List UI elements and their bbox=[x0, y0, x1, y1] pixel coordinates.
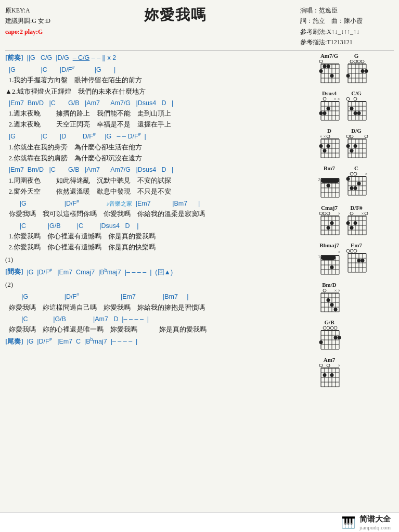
svg-text:×: × bbox=[338, 97, 340, 102]
svg-point-228 bbox=[330, 326, 333, 330]
chorus2-lyric1a: 1.你愛我嗎 你心裡還有遺憾嗎 你是真的愛我嗎 bbox=[5, 231, 313, 242]
svg-text:×: × bbox=[320, 135, 323, 139]
chorus2-lyric1b: 2.你愛我嗎 你心裡還有遺憾嗎 你是真的快樂嗎 bbox=[5, 242, 313, 252]
suggested-key: 建議男調:G 女:D bbox=[5, 16, 50, 26]
svg-point-213 bbox=[330, 303, 334, 307]
svg-point-195 bbox=[354, 249, 357, 252]
svg-point-247 bbox=[323, 373, 327, 377]
svg-point-30 bbox=[361, 60, 364, 63]
svg-point-82 bbox=[327, 144, 330, 148]
svg-point-11 bbox=[319, 60, 323, 63]
svg-point-246 bbox=[327, 364, 330, 367]
chord-cmaj7: Cmaj7 bbox=[317, 205, 342, 239]
chord-grid-cg bbox=[344, 97, 369, 124]
header: 原KEY:A 建議男調:G 女:D capo:2 play:G 妳愛我嗎 演唱：… bbox=[5, 5, 394, 48]
header-right: 演唱：范逸臣 詞：施立 曲：陳小霞 參考刷法:X↑↓_↓↑↑_↑↓ 參考指法:T… bbox=[300, 5, 394, 48]
chord-bmd: Bm/D bbox=[317, 282, 342, 316]
svg-point-127 bbox=[350, 172, 353, 175]
svg-point-28 bbox=[354, 60, 357, 63]
interlude-section: [間奏] |G |D/F# |Em7 Cmaj7 |Bbmaj7 |– – – … bbox=[5, 267, 313, 277]
chord-grid-gb bbox=[317, 326, 342, 353]
svg-point-197 bbox=[361, 259, 365, 262]
chord-row-9: Am7 bbox=[317, 357, 394, 391]
svg-point-99 bbox=[354, 144, 357, 148]
svg-point-31 bbox=[361, 69, 365, 73]
chord-grid-em7 bbox=[344, 249, 369, 276]
part2-text: (2) bbox=[5, 280, 313, 290]
prelude-section: [前奏] ||G C/G |D/G – C/G – – || x 2 bbox=[5, 53, 313, 63]
logo-url: jianpudq.com bbox=[359, 524, 391, 530]
chord-grid-am7: × bbox=[317, 364, 342, 391]
verse3-chord1: |G |C |D D/F# |G – – D/F# | bbox=[5, 131, 313, 142]
prelude-label: [前奏] bbox=[5, 54, 23, 61]
chord-am7g: Am7/G bbox=[317, 53, 342, 87]
svg-point-98 bbox=[346, 144, 350, 148]
svg-point-13 bbox=[327, 65, 330, 68]
verse4-lyric1b: 2.窗外天空 依然還溫暖 歇息中發現 不只是不安 bbox=[5, 186, 313, 197]
chord-row-7: Bm/D bbox=[317, 282, 394, 316]
verse2end2-lyric1: 妳愛我嗎 妳的心裡還是唯一嗎 妳愛我嗎 妳是真的愛我嗎 bbox=[5, 324, 313, 335]
svg-point-95 bbox=[346, 135, 350, 138]
outro-label: [尾奏] bbox=[5, 337, 23, 345]
svg-point-226 bbox=[323, 326, 326, 330]
svg-point-32 bbox=[365, 69, 368, 73]
svg-point-181 bbox=[330, 265, 334, 269]
performer: 演唱：范逸臣 bbox=[300, 5, 394, 16]
part2-label: (2) bbox=[5, 280, 313, 290]
svg-point-27 bbox=[350, 60, 353, 63]
chord-dsus4: Dsus4 bbox=[317, 90, 342, 124]
svg-text:×: × bbox=[334, 289, 337, 293]
verse2-lyric1a: 1.週末夜晚 擁擠的路上 我們能不能 走到山頂上 bbox=[5, 108, 313, 119]
verse2end-section: |G |D/F# |Em7 |Bm7 | 妳愛我嗎 妳這樣問過自己嗎 妳愛我嗎 … bbox=[5, 292, 313, 313]
svg-point-166 bbox=[350, 226, 354, 230]
svg-point-147 bbox=[327, 212, 330, 215]
svg-point-62 bbox=[346, 97, 350, 100]
chord-am7: Am7 bbox=[317, 357, 342, 391]
svg-point-148 bbox=[330, 221, 334, 225]
chord-row-8: G/B bbox=[317, 319, 394, 353]
original-key: 原KEY:A bbox=[5, 5, 50, 16]
credits: 詞：施立 曲：陳小霞 bbox=[300, 16, 394, 26]
chord-c: C bbox=[344, 165, 369, 199]
svg-point-114 bbox=[327, 184, 330, 187]
verse4-lyric1a: 1.周圍夜色 如此得迷亂 沉默中聽見 不安的試探 bbox=[5, 175, 313, 186]
interlude-label: [間奏] bbox=[5, 268, 23, 276]
chord-row-3: D bbox=[317, 128, 394, 162]
svg-point-245 bbox=[319, 364, 323, 367]
svg-text:×: × bbox=[324, 135, 326, 139]
chord-grid-bbmaj7: 1 × bbox=[317, 249, 342, 278]
verse3-section: |G |C |D D/F# |G – – D/F# | 1.你就坐在我的身旁 為… bbox=[5, 131, 313, 163]
svg-point-232 bbox=[319, 340, 323, 344]
part1-label: (1) bbox=[5, 255, 313, 265]
svg-point-229 bbox=[334, 326, 337, 330]
svg-point-80 bbox=[327, 135, 330, 138]
chord-grid-dfsharp: × bbox=[344, 212, 369, 239]
verse1-chord1: |G |C |D/F# |G | bbox=[5, 65, 313, 75]
svg-point-83 bbox=[323, 149, 327, 153]
svg-rect-180 bbox=[321, 256, 336, 260]
verse1-lyric1b: ▲2.城市裡燈火正輝煌 我們的未來在什麼地方 bbox=[5, 86, 313, 97]
svg-point-230 bbox=[334, 336, 338, 339]
chorus2-section: |C |G/B |C |Dsus4 D | 1.你愛我嗎 你心裡還有遺憾嗎 你是… bbox=[5, 221, 313, 253]
chord-grid-c: × bbox=[344, 172, 369, 199]
svg-point-100 bbox=[350, 149, 354, 153]
fingering: 參考指法:T1213121 bbox=[300, 37, 394, 47]
chord-row-2: Dsus4 bbox=[317, 90, 394, 124]
svg-point-231 bbox=[338, 336, 341, 339]
svg-point-128 bbox=[354, 172, 357, 175]
verse2-lyric1b: 2.週末夜晚 天空正閃亮 幸福是不是 還握在手上 bbox=[5, 119, 313, 130]
chord-grid-dg bbox=[344, 135, 369, 162]
svg-text:×: × bbox=[338, 250, 341, 255]
sheet-area: [前奏] ||G C/G |D/G – C/G – – || x 2 |G |C… bbox=[5, 53, 313, 394]
svg-point-130 bbox=[357, 182, 361, 185]
svg-point-129 bbox=[346, 177, 350, 181]
svg-point-209 bbox=[323, 289, 326, 292]
svg-point-162 bbox=[350, 212, 353, 215]
page: 原KEY:A 建議男調:G 女:D capo:2 play:G 妳愛我嗎 演唱：… bbox=[0, 0, 399, 532]
verse1-section: |G |C |D/F# |G | 1.我的手握著方向盤 眼神停留在陌生的前方 ▲… bbox=[5, 65, 313, 97]
logo: 🎹 简谱大全 jianpudq.com bbox=[341, 514, 391, 530]
svg-text:×: × bbox=[365, 172, 368, 176]
outro-chords: |G |D/F# |Em7 C |Bbmaj7 |– – – – | bbox=[25, 338, 137, 345]
svg-point-131 bbox=[354, 186, 357, 190]
chord-bm7: Bm7 2 bbox=[317, 165, 342, 201]
